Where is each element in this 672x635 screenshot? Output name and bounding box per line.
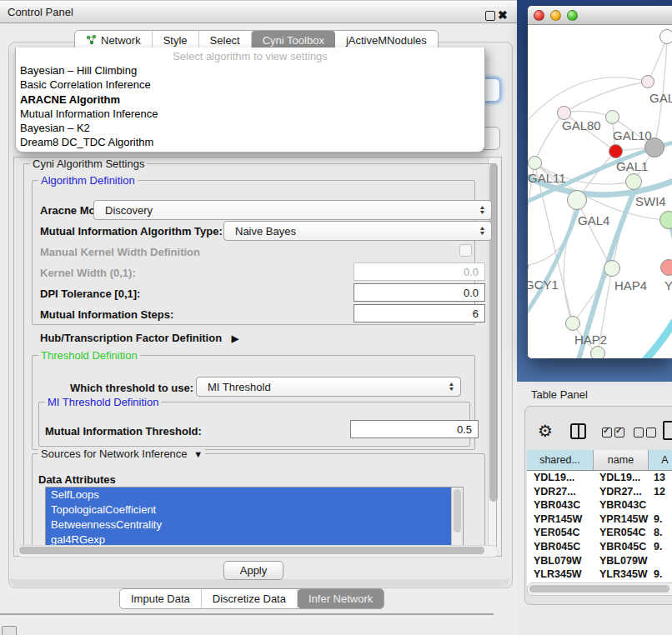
- close-traffic-light-icon[interactable]: [534, 10, 544, 21]
- algorithm-option[interactable]: Mutual Information Inference: [16, 107, 484, 121]
- kernel-width-label: Kernel Width (0,1):: [40, 267, 136, 279]
- algorithm-option[interactable]: ARACNE Algorithm: [16, 92, 484, 107]
- table-row[interactable]: YER054CYER054C8.: [527, 526, 672, 540]
- algorithm-option[interactable]: Basic Correlation Inference: [16, 78, 484, 92]
- table-cell: 9.: [649, 512, 672, 527]
- tab-discretize-data[interactable]: Discretize Data: [202, 589, 298, 608]
- bottom-tabbar: Impute Data Discretize Data Infer Networ…: [119, 588, 384, 609]
- dpi-tolerance-value: 0.0: [464, 287, 479, 299]
- table-row[interactable]: YDL19...YDL19...13: [527, 471, 672, 485]
- column-header-name[interactable]: name: [594, 450, 649, 470]
- network-node[interactable]: [625, 173, 642, 190]
- network-node[interactable]: [557, 106, 571, 120]
- node-label: GCY1: [528, 278, 559, 292]
- tab-label: Discretize Data: [213, 592, 286, 605]
- network-node[interactable]: [609, 144, 623, 158]
- close-icon[interactable]: ✖: [498, 8, 508, 22]
- data-attribute-item[interactable]: BetweennessCentrality: [46, 518, 463, 532]
- unchecked-checkbox-icon[interactable]: [646, 428, 656, 438]
- table-cell: YLR345W: [594, 568, 649, 582]
- table-cell: YBR045C: [594, 540, 649, 554]
- node-label: SWI4: [635, 194, 666, 208]
- hub-section-toggle[interactable]: Hub/Transcription Factor Definition ▶: [40, 332, 238, 344]
- minimize-traffic-light-icon[interactable]: [550, 10, 561, 21]
- network-node[interactable]: [641, 75, 654, 88]
- data-attribute-item[interactable]: TopologicalCoefficient: [46, 502, 463, 518]
- network-node[interactable]: [659, 211, 672, 229]
- column-header-shared[interactable]: shared...: [527, 450, 594, 470]
- mi-steps-label: Mutual Information Steps:: [40, 308, 173, 321]
- table-header-row: shared... name A: [527, 450, 672, 471]
- zoom-traffic-light-icon[interactable]: [567, 10, 578, 21]
- which-threshold-value: MI Threshold: [208, 381, 271, 393]
- tab-impute-data[interactable]: Impute Data: [120, 589, 202, 608]
- split-view-icon[interactable]: [570, 423, 586, 439]
- network-node[interactable]: [528, 260, 529, 273]
- settings-hscrollbar-thumb[interactable]: [19, 547, 484, 554]
- aracne-mode-select[interactable]: Discovery ▲▼: [93, 200, 492, 220]
- table-row[interactable]: YBL079WYBL079W: [527, 554, 672, 568]
- network-node[interactable]: [604, 260, 620, 277]
- network-canvas[interactable]: GALGAL80GAL10GAL1GAL11SWI4GAL4GCY1HAP4YH…: [528, 25, 672, 358]
- algorithm-option[interactable]: Dream8 DC_TDC Algorithm: [16, 135, 484, 149]
- table-cell: YDL19...: [594, 471, 649, 485]
- threshold-group-title: Threshold Definition: [38, 349, 140, 362]
- network-node[interactable]: [528, 156, 542, 170]
- table-cell: 9.: [649, 540, 672, 554]
- network-node[interactable]: [590, 346, 605, 358]
- mi-steps-field[interactable]: 6: [354, 304, 485, 322]
- table-hscrollbar-thumb[interactable]: [529, 585, 669, 592]
- algorithm-option[interactable]: Bayesian – Hill Climbing: [16, 63, 484, 78]
- network-view-window[interactable]: GALGAL80GAL10GAL1GAL11SWI4GAL4GCY1HAP4YH…: [528, 6, 672, 358]
- stepper-arrows-icon: ▲▼: [479, 205, 485, 215]
- checked-checkbox-icon[interactable]: [614, 428, 624, 438]
- network-node[interactable]: [659, 29, 672, 44]
- data-attributes-list[interactable]: SelfLoopsTopologicalCoefficientBetweenne…: [45, 487, 464, 549]
- data-attributes-label: Data Attributes: [38, 473, 116, 486]
- manual-kernel-checkbox[interactable]: [459, 244, 472, 257]
- mi-threshold-field[interactable]: 0.5: [350, 420, 479, 438]
- apply-button[interactable]: Apply: [223, 561, 283, 580]
- gear-icon[interactable]: ⚙: [538, 421, 553, 441]
- kernel-width-field[interactable]: 0.0: [354, 262, 485, 281]
- dpi-tolerance-field[interactable]: 0.0: [354, 283, 485, 302]
- network-node[interactable]: [565, 316, 580, 331]
- checked-checkbox-icon[interactable]: [602, 428, 612, 438]
- sources-group-title[interactable]: Sources for Network Inference ▼: [38, 448, 205, 460]
- table-cell: YDL19...: [527, 471, 594, 485]
- stepper-arrows-icon: ▲▼: [479, 226, 485, 236]
- sources-title-text: Sources for Network Inference: [41, 448, 188, 460]
- network-node[interactable]: [644, 138, 664, 158]
- table-cell: YBR043C: [594, 498, 649, 512]
- cyni-settings-group-title: Cyni Algorithm Settings: [30, 158, 147, 170]
- algorithm-option[interactable]: Bayesian – K2: [16, 121, 484, 135]
- tab-label: jActiveMNodules: [346, 34, 427, 47]
- network-node[interactable]: [605, 110, 619, 124]
- mi-type-label: Mutual Information Algorithm Type:: [40, 225, 223, 238]
- network-node[interactable]: [567, 190, 587, 210]
- table-row[interactable]: YBR043CYBR043C: [527, 498, 672, 512]
- mi-type-select[interactable]: Naive Bayes ▲▼: [223, 221, 492, 241]
- table-row[interactable]: YPR145WYPR145W9.: [527, 512, 672, 527]
- node-label: GAL80: [562, 118, 601, 132]
- unchecked-checkbox-icon[interactable]: [634, 428, 644, 438]
- attr-list-scrollbar[interactable]: [451, 488, 463, 548]
- attr-list-scrollbar-thumb[interactable]: [454, 489, 461, 532]
- node-label: GAL11: [528, 171, 566, 185]
- network-window-titlebar[interactable]: [528, 6, 672, 25]
- node-table[interactable]: shared... name A YDL19...YDL19...13YDR27…: [527, 450, 672, 586]
- which-threshold-select[interactable]: MI Threshold ▲▼: [196, 377, 461, 397]
- tab-label: Network: [101, 34, 141, 47]
- node-label: GAL: [649, 91, 672, 105]
- float-window-icon[interactable]: [485, 11, 495, 21]
- column-header-partial[interactable]: A: [649, 450, 672, 470]
- data-attribute-item[interactable]: SelfLoops: [46, 488, 463, 502]
- network-node[interactable]: [660, 259, 672, 276]
- table-row[interactable]: YDR27...YDR27...12: [527, 485, 672, 499]
- file-icon[interactable]: [663, 421, 672, 440]
- table-row[interactable]: YBR045CYBR045C9.: [527, 540, 672, 554]
- tab-infer-network[interactable]: Infer Network: [298, 589, 384, 608]
- minimized-panel-icon[interactable]: [2, 626, 17, 635]
- table-row[interactable]: YLR345WYLR345W9.: [527, 568, 672, 582]
- table-cell: 13: [649, 471, 672, 485]
